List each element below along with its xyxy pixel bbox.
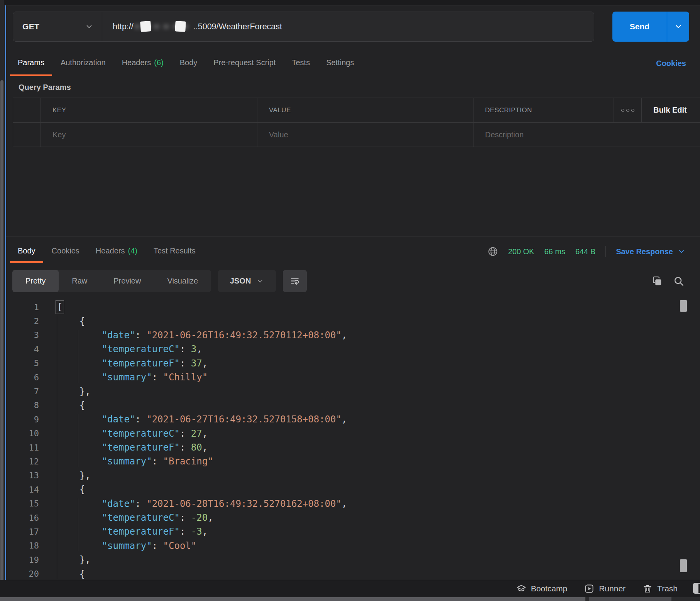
redaction-block xyxy=(175,21,186,32)
copy-button[interactable] xyxy=(651,275,663,287)
horizontal-scrollbar-thumb-2[interactable] xyxy=(589,597,671,601)
status-code[interactable]: 200 OK xyxy=(508,247,534,256)
horizontal-scrollbar-thumb[interactable] xyxy=(0,597,585,601)
url-prefix: http:// xyxy=(113,22,134,32)
code-line: 14 { xyxy=(6,483,700,496)
chevron-down-icon xyxy=(85,22,93,31)
line-number: 1 xyxy=(6,302,39,312)
send-button[interactable]: Send xyxy=(612,12,667,42)
code-line: 8 { xyxy=(6,398,700,412)
tab-headers[interactable]: Headers(6) xyxy=(114,51,171,76)
query-params-input-row: Key Value Description xyxy=(13,122,700,147)
code-line: 11 "temperatureF": 80, xyxy=(6,441,700,454)
description-column-header: DESCRIPTION xyxy=(473,98,614,122)
tab-body[interactable]: Body xyxy=(10,240,43,263)
footer-trash-button[interactable]: Trash xyxy=(643,584,678,594)
indent-guide xyxy=(78,414,78,467)
line-number: 10 xyxy=(6,429,39,438)
tab-headers[interactable]: Headers(4) xyxy=(88,240,145,263)
url-input[interactable]: http:// ..5009/WeatherForecast xyxy=(102,12,594,41)
url-suffix: ..5009/WeatherForecast xyxy=(193,22,282,32)
tab-pre-request-script[interactable]: Pre-request Script xyxy=(206,51,283,76)
code-lines: 1[2 {3 "date": "2021-06-26T16:49:32.5270… xyxy=(6,300,700,581)
key-column-header: KEY xyxy=(41,98,257,122)
tab-authorization[interactable]: Authorization xyxy=(53,51,113,76)
code-line: 6 "summary": "Chilly" xyxy=(6,370,700,384)
code-toolbar-icons xyxy=(651,275,685,287)
bulk-edit-button[interactable]: Bulk Edit xyxy=(641,98,700,122)
line-number: 6 xyxy=(6,373,39,382)
vertical-scrollbar-thumb[interactable] xyxy=(680,300,687,312)
code-line: 1[ xyxy=(6,300,700,314)
key-input[interactable]: Key xyxy=(41,123,257,147)
indent-guide xyxy=(78,498,78,552)
code-line: 19 }, xyxy=(6,553,700,567)
format-label: JSON xyxy=(230,277,251,285)
scrollbar-thumb-bottom[interactable] xyxy=(680,559,687,572)
search-icon xyxy=(673,275,685,287)
line-number: 16 xyxy=(6,513,39,523)
line-number: 19 xyxy=(6,555,39,565)
tab-tests[interactable]: Tests xyxy=(284,51,318,76)
line-number: 3 xyxy=(6,330,39,340)
code-line: 15 "date": "2021-06-28T16:49:32.5270162+… xyxy=(6,496,700,510)
description-input[interactable]: Description xyxy=(473,123,700,147)
line-number: 13 xyxy=(6,471,39,480)
chevron-down-icon xyxy=(256,277,264,285)
view-mode-visualize[interactable]: Visualize xyxy=(154,270,211,292)
view-mode-pretty[interactable]: Pretty xyxy=(12,270,59,292)
tab-cookies[interactable]: Cookies xyxy=(44,240,87,263)
line-number: 12 xyxy=(6,457,39,466)
line-number: 14 xyxy=(6,485,39,495)
trash-icon xyxy=(643,584,653,594)
method-dropdown[interactable]: GET xyxy=(13,12,102,41)
view-mode-raw[interactable]: Raw xyxy=(59,270,100,292)
code-line: 17 "temperatureF": -3, xyxy=(6,525,700,539)
select-all-cell[interactable] xyxy=(13,98,41,122)
value-input[interactable]: Value xyxy=(257,123,473,147)
line-number: 20 xyxy=(6,569,39,579)
globe-icon xyxy=(487,246,498,257)
footer-bootcamp-button[interactable]: Bootcamp xyxy=(516,584,568,594)
save-response-button[interactable]: Save Response xyxy=(616,247,685,256)
code-line: 7 }, xyxy=(6,384,700,398)
method-label: GET xyxy=(22,22,39,31)
code-line: 3 "date": "2021-06-26T16:49:32.5270112+0… xyxy=(6,328,700,342)
dot-icon xyxy=(626,109,629,112)
line-number: 17 xyxy=(6,527,39,537)
response-time[interactable]: 66 ms xyxy=(544,247,565,256)
send-options-button[interactable] xyxy=(667,12,689,42)
code-line: 20 { xyxy=(6,567,700,581)
line-number: 2 xyxy=(6,316,39,326)
panel-toggle-icon[interactable] xyxy=(693,583,700,594)
line-number: 8 xyxy=(6,400,39,410)
footer-item-label: Trash xyxy=(657,584,678,593)
tab-params[interactable]: Params xyxy=(10,51,52,76)
code-line: 2 { xyxy=(6,314,700,328)
params-more-options-button[interactable] xyxy=(614,98,641,122)
response-size[interactable]: 644 B xyxy=(575,247,595,256)
window-top-strip xyxy=(0,0,700,5)
tab-body[interactable]: Body xyxy=(172,51,205,76)
request-tabs: ParamsAuthorizationHeaders(6)BodyPre-req… xyxy=(6,51,700,76)
send-split-button: Send xyxy=(612,12,689,42)
search-button[interactable] xyxy=(673,275,685,287)
footer-runner-button[interactable]: Runner xyxy=(584,584,626,594)
response-body-toolbar: PrettyRawPreviewVisualize JSON xyxy=(12,270,685,292)
view-mode-preview[interactable]: Preview xyxy=(100,270,154,292)
tab-test-results[interactable]: Test Results xyxy=(146,240,203,263)
status-divider xyxy=(605,246,606,257)
row-checkbox-cell[interactable] xyxy=(13,123,41,147)
wrap-text-icon xyxy=(289,276,300,287)
line-number: 9 xyxy=(6,415,39,424)
wrap-lines-button[interactable] xyxy=(283,270,307,292)
redaction-block xyxy=(140,21,151,32)
view-mode-switcher: PrettyRawPreviewVisualize xyxy=(12,270,211,292)
format-dropdown[interactable]: JSON xyxy=(218,270,276,292)
cookies-link[interactable]: Cookies xyxy=(656,51,686,76)
sidebar-scrollbar-thumb[interactable] xyxy=(0,80,3,585)
tab-settings[interactable]: Settings xyxy=(318,51,362,76)
request-url-row: GET http:// ..5009/WeatherForecast Send xyxy=(13,12,689,42)
footer-bar: BootcampRunnerTrash xyxy=(0,580,700,597)
line-number: 15 xyxy=(6,499,39,508)
